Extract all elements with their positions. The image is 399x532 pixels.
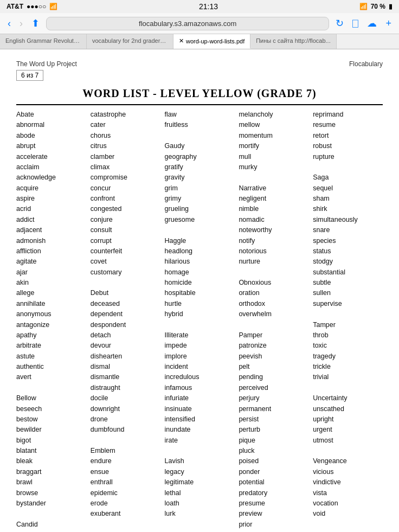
word-item: bigot xyxy=(16,435,86,446)
word-item: potential xyxy=(239,477,308,488)
word-item: poised xyxy=(239,456,308,466)
word-item: grueling xyxy=(165,204,235,214)
word-item: sullen xyxy=(313,288,383,298)
icloud-button[interactable]: ☁ xyxy=(365,16,379,30)
tab-2[interactable]: ✕ word-up-word-lists.pdf xyxy=(173,34,250,49)
word-item: retort xyxy=(313,131,383,141)
word-item: grimy xyxy=(165,194,235,204)
word-item: species xyxy=(313,236,383,246)
word-col-4: reprimandresumeretortrobustrupture Sagas… xyxy=(313,110,383,532)
project-label: The Word Up Project xyxy=(16,60,77,68)
word-item: flaw xyxy=(165,110,235,120)
word-item: oration xyxy=(239,288,308,298)
word-item xyxy=(165,446,235,456)
tab-2-label: word-up-word-lists.pdf xyxy=(186,38,244,44)
word-item: nimble xyxy=(239,204,308,214)
word-item: void xyxy=(313,509,383,519)
word-item: docile xyxy=(91,393,160,403)
word-item: abrupt xyxy=(16,141,86,151)
word-item: reprimand xyxy=(313,110,383,120)
word-item: subtle xyxy=(313,278,383,288)
word-item: drone xyxy=(91,414,160,425)
word-item: predatory xyxy=(239,488,308,498)
word-item: citrus xyxy=(91,141,160,151)
word-item: sequel xyxy=(313,183,383,194)
word-item: addict xyxy=(16,215,86,225)
reload-button[interactable]: ↻ xyxy=(333,16,346,30)
tab-1[interactable]: vocabulary for 2nd graders... xyxy=(87,34,173,49)
word-item: blatant xyxy=(16,446,86,456)
url-bar[interactable]: flocabulary.s3.amazonaws.com xyxy=(46,17,329,30)
word-item: permanent xyxy=(239,404,308,414)
word-item: impede xyxy=(165,341,235,351)
brand-label: Flocabulary xyxy=(349,60,383,68)
add-tab-button[interactable]: + xyxy=(383,17,394,30)
word-item: presume xyxy=(239,498,308,509)
word-item: headlong xyxy=(165,246,235,257)
word-item: pluck xyxy=(239,446,308,456)
word-item: affliction xyxy=(16,246,86,257)
word-item: ajar xyxy=(16,267,86,278)
word-item: dependent xyxy=(91,309,160,319)
word-item: epidemic xyxy=(91,488,160,498)
word-item: erode xyxy=(91,498,160,509)
word-item: peevish xyxy=(239,351,308,362)
word-item: abnormal xyxy=(16,120,86,130)
tab-1-label: vocabulary for 2nd graders... xyxy=(92,37,168,44)
word-item: stodgy xyxy=(313,257,383,267)
word-col-2: flawfruitless Gaudygeographygratifygravi… xyxy=(165,110,235,532)
word-item: perturb xyxy=(239,425,308,435)
tab-0[interactable]: English Grammar Revolutio... xyxy=(0,34,87,49)
tab-0-label: English Grammar Revolutio... xyxy=(5,37,83,44)
word-item: status xyxy=(313,246,383,257)
word-item: ensue xyxy=(91,467,160,477)
word-item: dismantle xyxy=(91,372,160,382)
carrier-label: AT&T xyxy=(7,3,23,10)
word-item: confront xyxy=(91,194,160,204)
word-item: congested xyxy=(91,204,160,214)
back-button[interactable]: ‹ xyxy=(5,17,13,30)
word-item: compromise xyxy=(91,172,160,183)
word-item xyxy=(239,267,308,278)
word-item: canine xyxy=(16,530,86,532)
tab-3[interactable]: Пины с сайта http://flocab... xyxy=(250,34,337,49)
word-item: acquire xyxy=(16,183,86,194)
signal-icon: ●●●○○ xyxy=(27,3,46,10)
battery-icon: ▮ xyxy=(389,3,392,10)
word-item: cater xyxy=(91,120,160,130)
word-item: beseech xyxy=(16,404,86,414)
word-item: concur xyxy=(91,183,160,194)
word-item: substantial xyxy=(313,267,383,278)
word-item: gravity xyxy=(165,172,235,183)
word-item: mull xyxy=(239,152,308,162)
word-item: hurtle xyxy=(165,299,235,309)
word-item xyxy=(313,520,383,530)
word-item: prowess xyxy=(239,530,308,532)
word-item: nurture xyxy=(239,257,308,267)
share-button[interactable]: ⬆ xyxy=(29,16,42,30)
close-icon[interactable]: ✕ xyxy=(179,37,184,44)
word-item: allege xyxy=(16,288,86,298)
word-item: trivial xyxy=(313,372,383,382)
word-item: prior xyxy=(239,520,308,530)
status-left: AT&T ●●●○○ 📶 xyxy=(7,3,57,10)
word-item: braggart xyxy=(16,467,86,477)
word-item: melancholy xyxy=(239,110,308,120)
word-item: arbitrate xyxy=(16,341,86,351)
word-item: Candid xyxy=(16,520,86,530)
word-item xyxy=(165,225,235,235)
status-bar: AT&T ●●●○○ 📶 21:13 📶 70 % ▮ xyxy=(0,0,399,13)
forward-button[interactable]: › xyxy=(17,17,25,30)
word-item: aspire xyxy=(16,194,86,204)
tab-view-button[interactable]: ⎕ xyxy=(350,17,361,30)
word-item: snare xyxy=(313,225,383,235)
word-col-1: catastrophecaterchoruscitrusclamberclima… xyxy=(91,110,160,532)
word-item: pelt xyxy=(239,362,308,372)
word-item: chorus xyxy=(91,131,160,141)
word-item: gratify xyxy=(165,162,235,172)
word-item: ponder xyxy=(239,467,308,477)
word-item: noteworthy xyxy=(239,225,308,235)
word-item: loath xyxy=(165,498,235,509)
word-item: incident xyxy=(165,362,235,372)
word-item: Saga xyxy=(313,172,383,183)
